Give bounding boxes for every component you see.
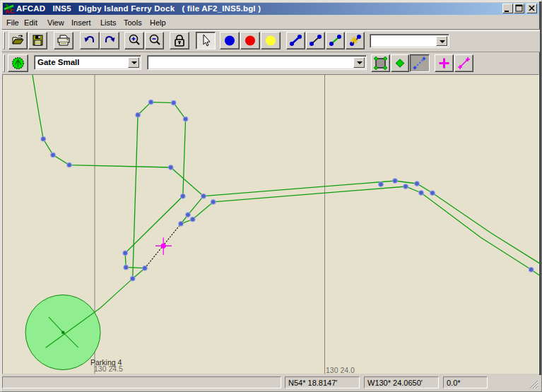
svg-text:AC: AC xyxy=(5,8,14,14)
svg-text:130 24.5: 130 24.5 xyxy=(94,364,123,373)
svg-text:130 24.0: 130 24.0 xyxy=(326,366,355,374)
